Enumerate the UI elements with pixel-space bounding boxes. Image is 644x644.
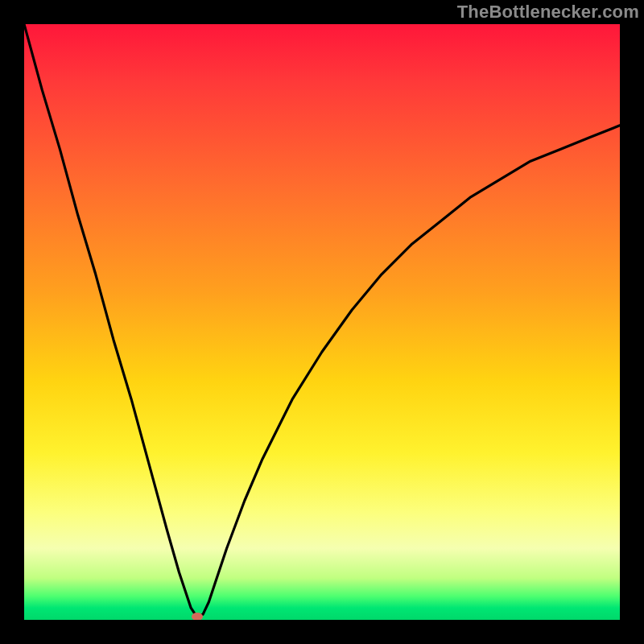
minimum-marker (192, 613, 203, 620)
watermark-text: TheBottlenecker.com (457, 2, 639, 23)
bottleneck-curve (24, 24, 620, 620)
chart-frame: TheBottlenecker.com (0, 0, 644, 644)
plot-area (24, 24, 620, 620)
